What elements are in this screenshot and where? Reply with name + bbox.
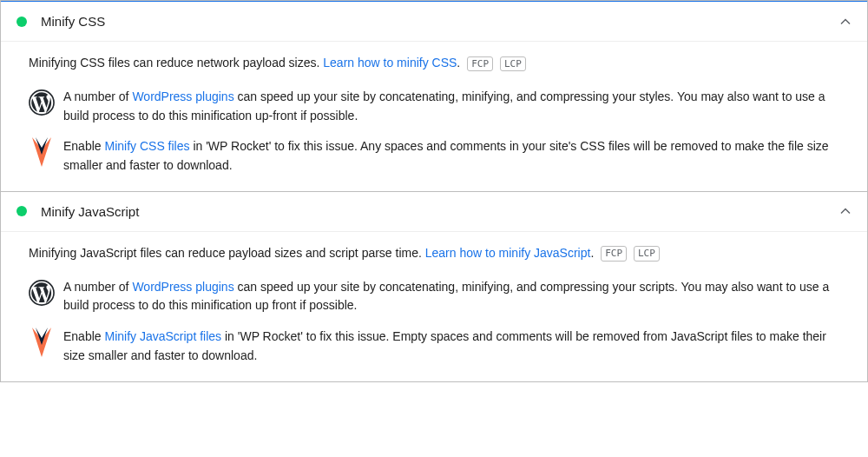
metric-badge: FCP — [601, 246, 627, 261]
tip-pre: Enable — [63, 139, 104, 153]
audit-description: Minifying CSS files can reduce network p… — [29, 54, 839, 72]
tip-pre: A number of — [63, 89, 132, 103]
intro-post: . — [457, 56, 460, 70]
audit-body: Minifying JavaScript files can reduce pa… — [1, 232, 867, 381]
tip-link[interactable]: Minify JavaScript files — [104, 329, 221, 343]
tip-row: A number of WordPress plugins can speed … — [29, 88, 839, 125]
tip-text: A number of WordPress plugins can speed … — [63, 88, 839, 125]
audit-title: Minify JavaScript — [41, 204, 839, 219]
tip-text: Enable Minify JavaScript files in 'WP Ro… — [63, 328, 839, 365]
tip-text: Enable Minify CSS files in 'WP Rocket' t… — [63, 137, 839, 175]
learn-more-link[interactable]: Learn how to minify JavaScript — [425, 246, 591, 260]
wprocket-icon — [29, 139, 55, 165]
metric-badge: LCP — [634, 246, 660, 261]
tip-row: Enable Minify CSS files in 'WP Rocket' t… — [29, 137, 839, 175]
tip-link[interactable]: WordPress plugins — [132, 280, 233, 294]
audit-panel: Minify CSS Minifying CSS files can reduc… — [0, 0, 868, 192]
chevron-up-icon — [839, 16, 852, 28]
tip-text: A number of WordPress plugins can speed … — [63, 278, 839, 315]
wordpress-icon — [29, 280, 55, 306]
chevron-up-icon — [839, 205, 852, 217]
tip-link[interactable]: Minify CSS files — [104, 139, 189, 153]
audit-header[interactable]: Minify JavaScript — [1, 192, 867, 232]
audit-panel: Minify JavaScript Minifying JavaScript f… — [0, 192, 868, 382]
tip-link[interactable]: WordPress plugins — [132, 89, 233, 103]
metric-badge: FCP — [467, 56, 493, 71]
intro-text: Minifying CSS files can reduce network p… — [29, 56, 323, 70]
tip-pre: Enable — [63, 329, 104, 343]
tip-row: A number of WordPress plugins can speed … — [29, 278, 839, 315]
intro-text: Minifying JavaScript files can reduce pa… — [29, 246, 425, 260]
metric-badge: LCP — [500, 56, 526, 71]
wprocket-icon — [29, 329, 55, 355]
intro-post: . — [590, 246, 594, 260]
tip-row: Enable Minify JavaScript files in 'WP Ro… — [29, 328, 839, 365]
learn-more-link[interactable]: Learn how to minify CSS — [323, 56, 457, 70]
status-dot-icon — [16, 17, 27, 27]
audit-title: Minify CSS — [41, 14, 839, 29]
audit-body: Minifying CSS files can reduce network p… — [1, 42, 867, 191]
status-dot-icon — [16, 206, 27, 216]
audit-header[interactable]: Minify CSS — [1, 1, 867, 42]
tip-pre: A number of — [63, 280, 132, 294]
wordpress-icon — [29, 89, 55, 116]
audit-description: Minifying JavaScript files can reduce pa… — [29, 244, 839, 262]
